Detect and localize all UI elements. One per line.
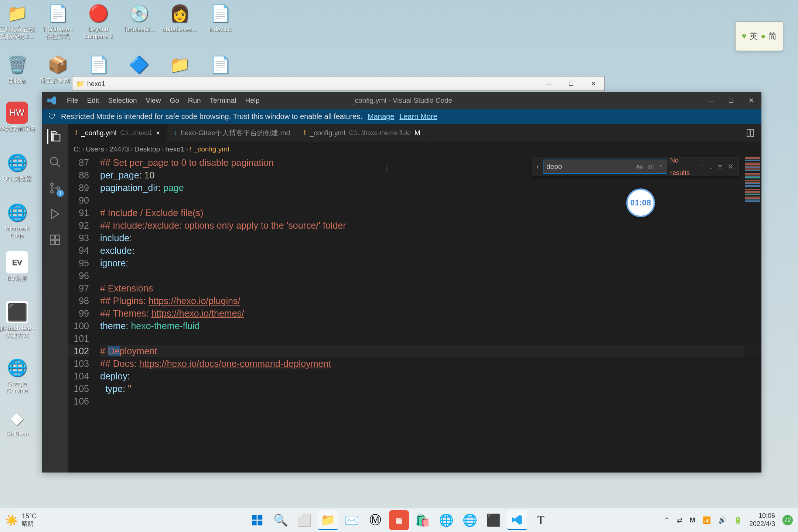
tray-volume-icon[interactable]: 🔊	[718, 516, 726, 524]
taskbar-explorer[interactable]: 📁	[318, 510, 338, 530]
desktop-icon-folder2[interactable]: 📁	[161, 54, 198, 77]
find-expand-icon[interactable]: ›	[535, 160, 540, 173]
taskbar-app1[interactable]: Ⓜ	[365, 510, 385, 530]
tab-path: C:\...\hexo1	[120, 129, 152, 137]
tray-battery-icon[interactable]: 🔋	[734, 516, 742, 524]
taskbar-typora[interactable]: T	[531, 510, 551, 530]
svg-rect-12	[252, 521, 257, 525]
find-input[interactable]	[546, 163, 634, 171]
taskbar-app3[interactable]: 🛍️	[413, 510, 433, 530]
tab-config-hexo1[interactable]: ! _config.yml C:\...\hexo1 ×	[68, 124, 167, 142]
match-word-icon[interactable]: ab	[645, 159, 656, 174]
menu-terminal[interactable]: Terminal	[205, 96, 241, 105]
desktop-icon-trgui[interactable]: 📄TrGUI.exe - 快捷方式	[39, 2, 76, 40]
desktop-icon-qq[interactable]: 🌐QQ 浏览器	[0, 151, 35, 182]
tray-clock[interactable]: 10:06 2022/4/3	[749, 512, 775, 528]
circle-icon: ●	[761, 31, 765, 41]
extensions-icon[interactable]	[48, 232, 62, 247]
taskbar-mail[interactable]: ✉️	[342, 510, 362, 530]
tab-name: _config.yml	[81, 129, 116, 137]
restricted-mode-bar: 🛡 Restricted Mode is intended for safe c…	[42, 109, 761, 124]
find-prev-icon[interactable]: ↑	[699, 160, 705, 173]
vscode-titlebar[interactable]: File Edit Selection View Go Run Terminal…	[42, 92, 761, 109]
search-icon[interactable]	[48, 155, 62, 170]
source-control-icon[interactable]: 1	[48, 181, 62, 195]
taskbar-weather[interactable]: ☀️ 15°C 晴朗	[0, 512, 37, 528]
timer-overlay[interactable]: 01:08	[626, 188, 655, 217]
explorer-icon[interactable]	[47, 129, 62, 144]
desktop-icon-image[interactable]: 👩db8a5ecee...	[161, 2, 198, 33]
match-case-icon[interactable]: Aa	[634, 159, 645, 174]
markdown-icon: ↓	[174, 129, 177, 137]
desktop-icon-huawei[interactable]: HW华为应用市场	[0, 102, 35, 132]
desktop-icon-folder[interactable]: 📁三只松鼠在线购物系统 2...	[0, 2, 35, 40]
find-selection-icon[interactable]: ≡	[716, 160, 724, 173]
taskbar-vscode[interactable]	[507, 510, 527, 530]
desktop-icon-bc[interactable]: 🔴Beyond Compare 2	[80, 2, 117, 40]
taskbar-search[interactable]: 🔍	[271, 510, 291, 530]
tab-dirty-indicator: M	[415, 129, 420, 137]
menu-view[interactable]: View	[141, 96, 166, 105]
yaml-icon: !	[75, 129, 77, 137]
svg-point-2	[51, 190, 53, 193]
menu-file[interactable]: File	[62, 96, 83, 105]
tab-hexo-gitee-md[interactable]: ↓ hexo-Gitee个人博客平台的创建.md	[167, 124, 297, 142]
regex-icon[interactable]: .*	[656, 159, 664, 174]
menu-selection[interactable]: Selection	[103, 96, 141, 105]
taskbar-app4[interactable]: 🌐	[436, 510, 456, 530]
weather-icon: ☀️	[5, 514, 18, 526]
taskbar-terminal[interactable]: ⬛	[484, 510, 504, 530]
tray-ime-icon[interactable]: ⇄	[677, 516, 682, 524]
learn-more-link[interactable]: Learn More	[399, 112, 437, 121]
menu-edit[interactable]: Edit	[83, 96, 104, 105]
desktop-icon-edge[interactable]: 🌐Microsoft Edge	[0, 201, 35, 239]
desktop-icon-recycle[interactable]: 🗑️回收站	[0, 54, 35, 84]
menu-help[interactable]: Help	[241, 96, 264, 105]
taskbar-taskview[interactable]: ⬜	[294, 510, 314, 530]
vscode-close[interactable]: ✕	[741, 92, 761, 109]
start-button[interactable]	[247, 510, 267, 530]
desktop-icon-ev[interactable]: EVEV录屏	[0, 251, 35, 282]
code-content[interactable]: ## Set per_page to 0 to disable paginati…	[100, 156, 761, 473]
explorer-minimize[interactable]: —	[542, 80, 556, 88]
tab-actions[interactable]	[739, 124, 761, 142]
vscode-minimize[interactable]: —	[700, 92, 721, 109]
desktop-icon-indextxt[interactable]: 📄index.txt	[202, 2, 239, 33]
svg-point-3	[57, 187, 59, 189]
tab-close-icon[interactable]: ×	[156, 129, 160, 137]
manage-link[interactable]: Manage	[368, 112, 394, 121]
svg-rect-10	[252, 515, 257, 520]
tray-notification-badge[interactable]: 22	[782, 515, 793, 525]
minimap[interactable]	[744, 156, 761, 473]
tray-input-icon[interactable]: M	[690, 516, 695, 524]
taskbar-app2[interactable]: ▦	[389, 510, 409, 530]
taskbar-chrome[interactable]: 🌐	[460, 510, 480, 530]
explorer-maximize[interactable]: □	[564, 80, 579, 88]
desktop-icon-chrome[interactable]: 🌐Google Chrome	[0, 357, 35, 394]
menu-go[interactable]: Go	[165, 96, 183, 105]
tray-chevron-icon[interactable]: ⌃	[664, 516, 669, 524]
breadcrumb[interactable]: C:› Users› 24473› Desktop› hexo1› ! _con…	[68, 142, 761, 156]
explorer-close[interactable]: ✕	[586, 80, 601, 88]
svg-rect-8	[747, 130, 750, 136]
desktop-icon-rar[interactable]: 📦理工农学网...	[39, 54, 76, 84]
desktop-icon-app[interactable]: 🔷	[120, 54, 157, 77]
vscode-maximize[interactable]: □	[721, 92, 741, 109]
find-close-icon[interactable]: ✕	[726, 160, 735, 173]
find-widget: › Aa ab .* No results ↑ ↓ ≡ ✕	[532, 157, 739, 176]
desktop-icon-txt[interactable]: 📄	[202, 54, 239, 77]
code-editor[interactable]: 8788899091929394959697989910010110210310…	[68, 156, 761, 473]
find-next-icon[interactable]: ↓	[707, 160, 714, 173]
svg-rect-11	[258, 515, 262, 520]
desktop-icon-tortoise[interactable]: 💿TortoiseGi...	[120, 2, 157, 33]
tray-wifi-icon[interactable]: 📶	[703, 516, 711, 524]
desktop-icon-gitbash-exe[interactable]: ⬛git-bash.exe - 快捷方式	[0, 301, 35, 339]
run-icon[interactable]	[48, 207, 62, 221]
tab-name: _config.yml	[310, 129, 345, 137]
menu-run[interactable]: Run	[184, 96, 205, 105]
desktop-icon-gitbash[interactable]: ◆Git Bash	[0, 406, 35, 437]
ime-widget[interactable]: ♥ 英 ● 简	[735, 21, 783, 51]
tab-config-fluid[interactable]: ! _config.yml C:\...\hexo-theme-fluid M	[297, 124, 427, 142]
yaml-icon: !	[304, 129, 306, 137]
desktop-icon-doc[interactable]: 📄	[80, 54, 117, 77]
